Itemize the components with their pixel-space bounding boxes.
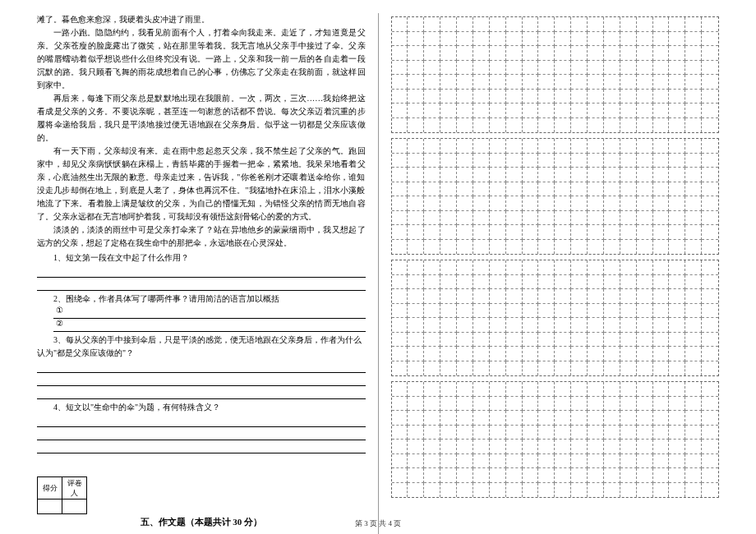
grid-cell[interactable]: [392, 240, 408, 255]
grid-cell[interactable]: [490, 46, 506, 61]
grid-cell[interactable]: [538, 61, 555, 76]
grid-cell[interactable]: [669, 90, 685, 104]
grid-cell[interactable]: [473, 397, 490, 412]
grid-cell[interactable]: [440, 483, 457, 498]
grid-cell[interactable]: [392, 260, 408, 275]
grid-cell[interactable]: [637, 361, 653, 376]
grid-cell[interactable]: [506, 333, 523, 348]
grid-cell[interactable]: [440, 196, 457, 211]
grid-cell[interactable]: [523, 361, 539, 376]
grid-cell[interactable]: [653, 225, 670, 240]
grid-cell[interactable]: [490, 440, 506, 454]
grid-cell[interactable]: [669, 304, 685, 319]
grid-cell[interactable]: [523, 168, 539, 182]
grid-cell[interactable]: [637, 154, 653, 168]
grid-cell[interactable]: [620, 32, 637, 47]
grid-cell[interactable]: [440, 75, 457, 90]
grid-cell[interactable]: [555, 168, 571, 182]
grid-cell[interactable]: [653, 211, 670, 226]
grid-cell[interactable]: [620, 260, 637, 275]
grid-cell[interactable]: [702, 196, 718, 211]
grid-cell[interactable]: [653, 397, 670, 412]
grid-cell[interactable]: [490, 104, 506, 118]
grid-cell[interactable]: [538, 104, 555, 118]
grid-cell[interactable]: [620, 104, 637, 118]
grid-cell[interactable]: [457, 347, 473, 361]
grid-cell[interactable]: [620, 90, 637, 104]
grid-cell[interactable]: [653, 90, 670, 104]
grid-cell[interactable]: [473, 168, 490, 182]
grid-cell[interactable]: [408, 260, 424, 275]
grid-cell[interactable]: [506, 468, 523, 483]
grid-cell[interactable]: [440, 468, 457, 483]
grid-cell[interactable]: [392, 196, 408, 211]
grid-cell[interactable]: [653, 483, 670, 498]
grid-cell[interactable]: [555, 483, 571, 498]
grid-cell[interactable]: [408, 440, 424, 454]
grid-cell[interactable]: [685, 104, 702, 118]
grid-cell[interactable]: [555, 182, 571, 197]
grid-cell[interactable]: [506, 454, 523, 469]
grid-cell[interactable]: [653, 304, 670, 319]
grid-cell[interactable]: [506, 168, 523, 182]
grid-cell[interactable]: [392, 454, 408, 469]
grid-cell[interactable]: [653, 382, 670, 397]
grid-cell[interactable]: [457, 333, 473, 348]
grid-cell[interactable]: [490, 240, 506, 255]
grid-cell[interactable]: [604, 154, 620, 168]
grid-cell[interactable]: [637, 196, 653, 211]
grid-cell[interactable]: [457, 483, 473, 498]
grid-cell[interactable]: [538, 426, 555, 440]
grid-cell[interactable]: [555, 32, 571, 47]
grid-cell[interactable]: [506, 139, 523, 154]
grid-cell[interactable]: [424, 90, 440, 104]
grid-cell[interactable]: [637, 333, 653, 348]
grid-cell[interactable]: [685, 17, 702, 32]
answer-line[interactable]: [37, 373, 366, 386]
grid-cell[interactable]: [506, 118, 523, 133]
grid-cell[interactable]: [392, 61, 408, 76]
grid-cell[interactable]: [506, 275, 523, 290]
grid-cell[interactable]: [523, 75, 539, 90]
grid-cell[interactable]: [588, 468, 604, 483]
grid-cell[interactable]: [588, 118, 604, 133]
grid-cell[interactable]: [538, 118, 555, 133]
grid-cell[interactable]: [702, 211, 718, 226]
grid-cell[interactable]: [620, 154, 637, 168]
grid-cell[interactable]: [392, 397, 408, 412]
grid-cell[interactable]: [669, 483, 685, 498]
grid-cell[interactable]: [588, 289, 604, 304]
grid-cell[interactable]: [620, 61, 637, 76]
grid-cell[interactable]: [620, 347, 637, 361]
grid-cell[interactable]: [523, 382, 539, 397]
grid-cell[interactable]: [555, 154, 571, 168]
grid-cell[interactable]: [637, 382, 653, 397]
grid-cell[interactable]: [702, 139, 718, 154]
grid-cell[interactable]: [506, 182, 523, 197]
grid-cell[interactable]: [653, 289, 670, 304]
grid-cell[interactable]: [588, 182, 604, 197]
grid-cell[interactable]: [473, 411, 490, 426]
grid-cell[interactable]: [473, 304, 490, 319]
grid-cell[interactable]: [506, 304, 523, 319]
grid-cell[interactable]: [637, 168, 653, 182]
grid-cell[interactable]: [555, 211, 571, 226]
grid-cell[interactable]: [604, 139, 620, 154]
grid-cell[interactable]: [424, 440, 440, 454]
grid-cell[interactable]: [555, 304, 571, 319]
grid-cell[interactable]: [555, 333, 571, 348]
grid-cell[interactable]: [588, 32, 604, 47]
grid-cell[interactable]: [538, 168, 555, 182]
grid-cell[interactable]: [620, 196, 637, 211]
grid-cell[interactable]: [440, 17, 457, 32]
grid-cell[interactable]: [457, 440, 473, 454]
grid-cell[interactable]: [620, 182, 637, 197]
grid-cell[interactable]: [637, 347, 653, 361]
grid-cell[interactable]: [653, 104, 670, 118]
grid-cell[interactable]: [588, 211, 604, 226]
grid-cell[interactable]: [702, 118, 718, 133]
grid-cell[interactable]: [588, 75, 604, 90]
grid-cell[interactable]: [571, 90, 588, 104]
grid-cell[interactable]: [490, 61, 506, 76]
grid-cell[interactable]: [424, 32, 440, 47]
